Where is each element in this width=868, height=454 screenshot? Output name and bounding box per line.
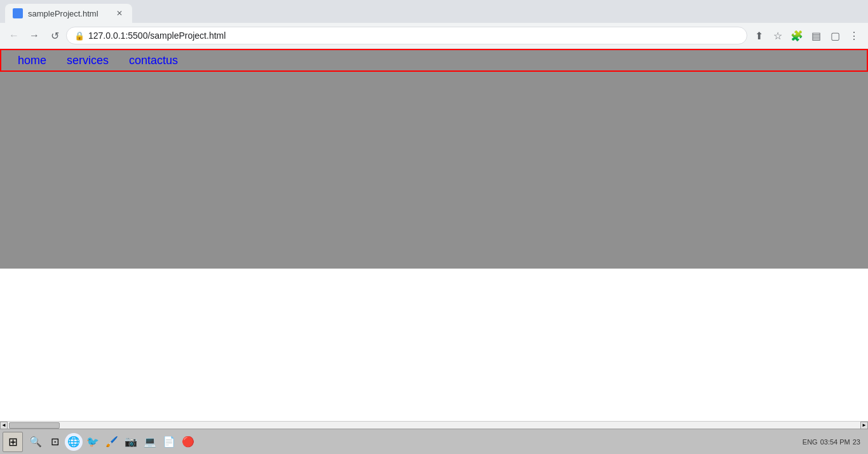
cast-button[interactable]: ▤: [807, 27, 825, 44]
tab-title: sampleProject.html: [28, 9, 109, 18]
bookmark-button[interactable]: ☆: [769, 27, 787, 44]
nav-link-services[interactable]: services: [57, 49, 119, 72]
taskbar-app3-icon[interactable]: 🔴: [179, 433, 197, 451]
navbar: home services contactus: [0, 49, 868, 72]
browser-chrome: sampleProject.html ✕ ← → ↺ 🔒 127.0.0.1:5…: [0, 0, 868, 49]
taskbar-task-view-icon[interactable]: ⊡: [46, 433, 64, 451]
back-button[interactable]: ←: [5, 27, 23, 44]
toolbar-right: ⬆ ☆ 🧩 ▤ ▢ ⋮: [750, 27, 863, 44]
menu-button[interactable]: ⋮: [845, 27, 863, 44]
taskbar-time: 03:54 PM: [820, 438, 850, 446]
tab-close-button[interactable]: ✕: [114, 8, 125, 18]
lock-icon: 🔒: [74, 31, 85, 41]
reload-button[interactable]: ↺: [46, 27, 64, 44]
taskbar-chrome-icon[interactable]: 🌐: [65, 433, 83, 451]
taskbar-vscode-icon[interactable]: 💻: [141, 433, 159, 451]
taskbar: ⊞ 🔍 ⊡ 🌐 🐦 🖌️ 📷 💻 📄 🔴 ENG 03:54 PM 23: [0, 429, 868, 454]
address-bar[interactable]: 🔒 127.0.0.1:5500/sampleProject.html: [66, 27, 747, 44]
nav-link-home[interactable]: home: [8, 49, 57, 72]
scrollbar-thumb[interactable]: [9, 422, 60, 429]
scroll-right-arrow[interactable]: ►: [860, 422, 868, 429]
active-tab[interactable]: sampleProject.html ✕: [5, 4, 132, 23]
extension-button[interactable]: 🧩: [788, 27, 806, 44]
address-text: 127.0.0.1:5500/sampleProject.html: [88, 30, 739, 41]
taskbar-search-icon[interactable]: 🔍: [27, 433, 44, 451]
taskbar-date: 23: [853, 438, 860, 446]
start-button[interactable]: ⊞: [3, 432, 23, 452]
taskbar-camera-icon[interactable]: 📷: [122, 433, 140, 451]
taskbar-lang: ENG: [803, 438, 818, 446]
nav-link-contactus[interactable]: contactus: [119, 49, 188, 72]
taskbar-icons: 🔍 ⊡ 🌐 🐦 🖌️ 📷 💻 📄 🔴: [27, 433, 197, 451]
page-content: home services contactus: [0, 49, 868, 454]
browser-toolbar: ← → ↺ 🔒 127.0.0.1:5500/sampleProject.htm…: [0, 23, 868, 48]
window-button[interactable]: ▢: [826, 27, 844, 44]
share-button[interactable]: ⬆: [750, 27, 768, 44]
tab-favicon: [13, 8, 23, 18]
scroll-left-arrow[interactable]: ◄: [0, 422, 8, 429]
browser-tab-bar: sampleProject.html ✕: [0, 0, 868, 23]
taskbar-right: ENG 03:54 PM 23: [803, 438, 865, 446]
horizontal-scrollbar[interactable]: ◄ ►: [0, 421, 868, 429]
taskbar-twitter-icon[interactable]: 🐦: [84, 433, 102, 451]
hero-section: [0, 72, 868, 269]
taskbar-app2-icon[interactable]: 📄: [160, 433, 178, 451]
taskbar-paint-icon[interactable]: 🖌️: [103, 433, 121, 451]
forward-button[interactable]: →: [25, 27, 43, 44]
